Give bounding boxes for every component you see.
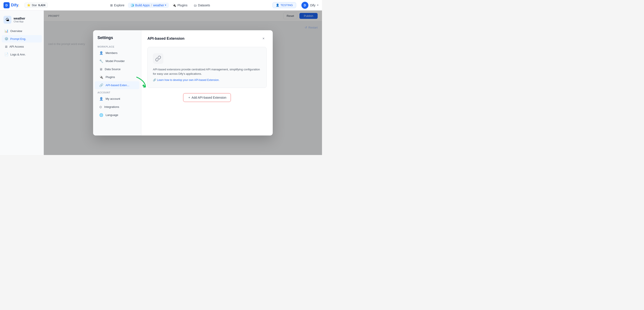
content-area: PROMPT Reset Publish ↺ Restart ced in th…: [44, 11, 322, 155]
modal-header: API-based Extension ×: [148, 36, 266, 42]
add-extension-button[interactable]: ＋ Add API-based Extension: [183, 93, 231, 102]
logo[interactable]: D Dify.: [4, 2, 19, 8]
app-icon: 🌤: [4, 16, 12, 24]
datasets-icon: 🗂: [194, 4, 197, 7]
api-icon: 🖥: [4, 45, 8, 49]
user-chevron-icon: ▾: [317, 4, 318, 7]
app-type: Chat App: [14, 20, 25, 23]
plugins-nav-icon: 🔌: [99, 75, 104, 79]
language-icon: 🌐: [99, 113, 104, 117]
workplace-section-label: WORKPLACE: [93, 44, 141, 49]
plus-icon: ＋: [188, 96, 191, 100]
modal-nav-data-source[interactable]: 🖥 Data Source: [95, 65, 139, 73]
gear-icon: ⚙️: [4, 37, 8, 41]
info-box: API-based extensions provide centralized…: [148, 47, 266, 88]
explore-icon: ⊞: [110, 4, 113, 7]
modal-sidebar: Settings WORKPLACE 👤 Members 🔧 Model Pro…: [93, 30, 141, 136]
overview-icon: 📊: [4, 29, 8, 33]
nav-links: ⊞ Explore 🧊 Build Apps / weather ▾ 🔌 Plu…: [108, 2, 213, 8]
api-extension-icon: [153, 53, 164, 64]
nav-datasets[interactable]: 🗂 Datasets: [191, 2, 213, 8]
account-section-label: ACCOUNT: [93, 90, 141, 95]
modal-nav-members[interactable]: 👤 Members: [95, 49, 139, 57]
logo-text: Dify.: [11, 3, 19, 8]
sidebar-nav: 📊 Overview ⚙️ Prompt Eng. 🖥 API Access 📄…: [0, 27, 44, 58]
modal-nav-plugins[interactable]: 🔌 Plugins: [95, 73, 139, 81]
nav-plugins[interactable]: 🔌 Plugins: [170, 2, 190, 8]
modal-title: API-based Extension: [148, 36, 184, 41]
testing-button[interactable]: 👤 TESTING: [272, 2, 296, 8]
nav-explore[interactable]: ⊞ Explore: [108, 2, 127, 8]
github-badge[interactable]: ⭐ Star 9,424: [24, 3, 48, 8]
members-icon: 👤: [99, 51, 104, 55]
modal-nav-my-account[interactable]: 👤 My account: [95, 95, 139, 103]
external-link-icon: 🔗: [153, 79, 156, 82]
api-based-icon: 🔗: [99, 83, 104, 87]
plugins-icon: 🔌: [172, 4, 176, 7]
user-area: D Dify ▾: [302, 2, 318, 9]
my-account-icon: 👤: [99, 97, 104, 101]
main-layout: 🌤 weather Chat App 📊 Overview ⚙️ Prompt …: [0, 11, 322, 155]
info-box-description: API-based extensions provide centralized…: [153, 67, 261, 77]
sidebar: 🌤 weather Chat App 📊 Overview ⚙️ Prompt …: [0, 11, 44, 155]
user-name[interactable]: Dify: [310, 4, 316, 7]
modal-nav-language[interactable]: 🌐 Language: [95, 111, 139, 119]
integrations-icon: ⊙: [99, 105, 102, 109]
app-name: weather: [14, 17, 25, 20]
modal-nav-api-based[interactable]: 🔗 API-based Exten...: [95, 81, 139, 89]
sidebar-item-prompt-eng[interactable]: ⚙️ Prompt Eng.: [2, 35, 42, 43]
cube-icon: 🧊: [130, 4, 134, 7]
modal-nav-integrations[interactable]: ⊙ Integrations: [95, 103, 139, 111]
nav-build-apps[interactable]: 🧊 Build Apps / weather ▾: [128, 3, 169, 8]
modal-close-button[interactable]: ×: [260, 36, 266, 42]
chevron-down-icon: ▾: [165, 4, 166, 7]
github-icon: ⭐: [27, 4, 30, 7]
logo-icon: D: [4, 2, 10, 8]
modal-sidebar-title: Settings: [93, 36, 141, 44]
model-icon: 🔧: [99, 59, 104, 63]
modal-content: API-based Extension × API-based extensio…: [141, 30, 273, 136]
green-arrow-indicator: [134, 76, 148, 91]
sidebar-item-overview[interactable]: 📊 Overview: [2, 27, 42, 35]
data-source-icon: 🖥: [99, 67, 102, 71]
github-star-label: Star: [32, 4, 37, 7]
settings-modal: Settings WORKPLACE 👤 Members 🔧 Model Pro…: [93, 30, 273, 136]
user-avatar: D: [302, 2, 308, 9]
topnav: D Dify. ⭐ Star 9,424 ⊞ Explore 🧊 Build A…: [0, 0, 322, 11]
modal-nav-model-provider[interactable]: 🔧 Model Provider: [95, 57, 139, 65]
sidebar-item-logs[interactable]: 📄 Logs & Ann.: [2, 51, 42, 58]
learn-link[interactable]: 🔗 Learn how to develop your own API-base…: [153, 79, 220, 82]
user-icon: 👤: [276, 4, 279, 7]
app-header: 🌤 weather Chat App: [0, 14, 44, 27]
modal-overlay[interactable]: Settings WORKPLACE 👤 Members 🔧 Model Pro…: [44, 11, 322, 155]
sidebar-item-api-access[interactable]: 🖥 API Access: [2, 43, 42, 50]
github-count: 9,424: [38, 4, 46, 7]
logs-icon: 📄: [4, 52, 8, 56]
